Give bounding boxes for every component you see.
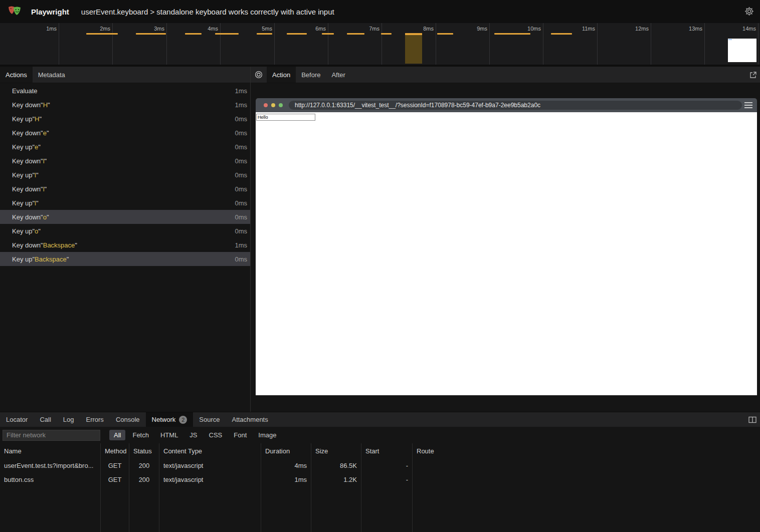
action-row[interactable]: Key down "l"0ms (0, 154, 250, 168)
action-row[interactable]: Key down "e"0ms (0, 126, 250, 140)
snapshot-text-input[interactable] (256, 114, 315, 121)
tab-attachments[interactable]: Attachments (226, 412, 274, 427)
tab-label: After (331, 71, 345, 79)
action-duration: 1ms (235, 101, 247, 109)
filter-chip-html[interactable]: HTML (156, 430, 182, 440)
filter-chip-js[interactable]: JS (185, 430, 202, 440)
action-row[interactable]: Key up "H"0ms (0, 112, 250, 126)
timeline-selected-range[interactable] (405, 33, 422, 64)
timeline-action-bar[interactable] (257, 33, 272, 35)
column-header-name[interactable]: Name (0, 443, 101, 458)
target-icon[interactable] (251, 67, 267, 83)
tab-locator[interactable]: Locator (0, 412, 34, 427)
timeline-action-bar[interactable] (381, 33, 392, 35)
timeline-tick-label: 11ms (566, 26, 595, 33)
actions-tabstrip: ActionsMetadata (0, 67, 250, 83)
table-cell[interactable]: 200 (129, 458, 159, 472)
action-label: Key up (12, 255, 32, 263)
table-cell[interactable] (413, 458, 760, 472)
tab-console[interactable]: Console (110, 412, 146, 427)
timeline-action-bar[interactable] (551, 33, 572, 35)
column-header-start[interactable]: Start (361, 443, 413, 458)
timeline-action-bar[interactable] (437, 33, 453, 35)
action-quote: " (67, 255, 69, 263)
table-cell[interactable]: GET (101, 472, 129, 486)
action-duration: 0ms (235, 171, 247, 179)
action-row[interactable]: Key down "Backspace"1ms (0, 238, 250, 252)
action-row[interactable]: Key up "o"0ms (0, 224, 250, 238)
browser-menu-icon[interactable] (744, 102, 752, 108)
timeline-action-bar[interactable] (494, 33, 530, 35)
timeline-action-bar[interactable] (347, 33, 364, 35)
table-cell[interactable]: 86.5K (311, 458, 361, 472)
action-row[interactable]: Key up "e"0ms (0, 140, 250, 154)
filter-chip-font[interactable]: Font (229, 430, 251, 440)
timeline-action-bar[interactable] (185, 33, 202, 35)
timeline-action-bar[interactable] (215, 33, 239, 35)
timeline[interactable]: 1ms2ms3ms4ms5ms6ms7ms8ms9ms10ms11ms12ms1… (0, 23, 760, 65)
column-header-content-type[interactable]: Content Type (159, 443, 261, 458)
timeline-screenshot-thumbnail[interactable] (728, 39, 756, 62)
column-header-duration[interactable]: Duration (261, 443, 311, 458)
timeline-action-bar[interactable] (322, 33, 334, 35)
tab-actions[interactable]: Actions (0, 67, 33, 83)
table-cell[interactable]: 1.2K (311, 472, 361, 486)
filter-chip-fetch[interactable]: Fetch (128, 430, 153, 440)
tab-errors[interactable]: Errors (80, 412, 109, 427)
action-quote: " (45, 157, 47, 165)
main-area: ActionsMetadata Evaluate1msKey down "H"1… (0, 67, 760, 412)
timeline-action-bar[interactable] (136, 33, 166, 35)
tab-metadata[interactable]: Metadata (33, 67, 71, 83)
panel-split-icon[interactable] (748, 412, 757, 427)
browser-chrome: http://127.0.0.1:63315/__vitest_test__/?… (256, 98, 757, 112)
timeline-action-bar[interactable] (287, 33, 307, 35)
table-cell[interactable]: GET (101, 458, 129, 472)
tab-log[interactable]: Log (57, 412, 80, 427)
column-header-size[interactable]: Size (311, 443, 361, 458)
table-cell[interactable]: button.css (0, 472, 101, 486)
timeline-tick-label: 1ms (28, 26, 57, 33)
timeline-gridline (220, 23, 221, 65)
action-row[interactable]: Key down "o"0ms (0, 210, 250, 224)
action-label: Key down (12, 129, 41, 137)
filter-chip-image[interactable]: Image (254, 430, 281, 440)
action-label: Key down (12, 213, 41, 221)
filter-chip-css[interactable]: CSS (205, 430, 227, 440)
table-cell[interactable]: text/javascript (159, 458, 261, 472)
tab-after[interactable]: After (326, 67, 350, 83)
timeline-action-bar[interactable] (86, 33, 118, 35)
tab-network[interactable]: Network2 (146, 412, 194, 427)
action-row[interactable]: Key up "Backspace"0ms (0, 252, 250, 266)
action-row[interactable]: Key down "H"1ms (0, 98, 250, 112)
column-header-status[interactable]: Status (129, 443, 159, 458)
gear-icon[interactable] (744, 7, 754, 18)
table-cell[interactable] (413, 472, 760, 486)
tab-call[interactable]: Call (34, 412, 57, 427)
action-label: Key up (12, 227, 32, 235)
column-header-route[interactable]: Route (413, 443, 760, 458)
filter-chip-all[interactable]: All (109, 430, 125, 440)
table-cell[interactable]: 4ms (261, 458, 311, 472)
action-row[interactable]: Key up "l"0ms (0, 196, 250, 210)
tab-before[interactable]: Before (296, 67, 326, 83)
table-cell[interactable]: - (361, 472, 413, 486)
table-cell[interactable]: - (361, 458, 413, 472)
tab-source[interactable]: Source (193, 412, 226, 427)
tab-action[interactable]: Action (267, 67, 296, 83)
network-filter-input[interactable] (3, 430, 100, 441)
trace-title: userEvent.keyboard > standalone keyboard… (81, 8, 334, 16)
external-link-icon[interactable] (749, 67, 757, 83)
timeline-tick-label: 4ms (189, 26, 218, 33)
action-row[interactable]: Evaluate1ms (0, 84, 250, 98)
playwright-logo-icon (7, 5, 22, 19)
action-duration: 0ms (235, 143, 247, 151)
action-duration: 0ms (235, 255, 247, 263)
table-cell[interactable]: 200 (129, 472, 159, 486)
action-row[interactable]: Key up "l"0ms (0, 168, 250, 182)
column-header-method[interactable]: Method (101, 443, 129, 458)
action-quote: " (38, 227, 41, 235)
table-cell[interactable]: userEvent.test.ts?import&bro... (0, 458, 101, 472)
table-cell[interactable]: 1ms (261, 472, 311, 486)
action-row[interactable]: Key down "l"0ms (0, 182, 250, 196)
table-cell[interactable]: text/javascript (159, 472, 261, 486)
